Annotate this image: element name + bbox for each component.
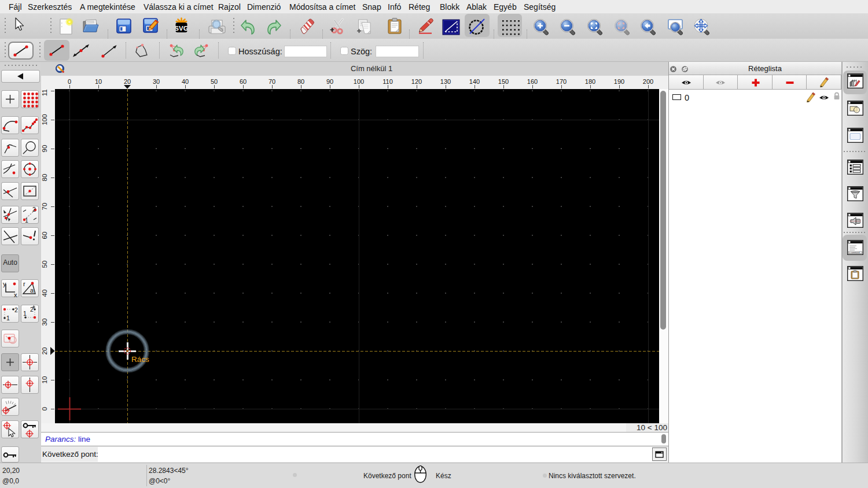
svg-text:2: 2 [32, 206, 36, 213]
svg-text:0: 0 [41, 407, 48, 411]
svg-text:70: 70 [41, 203, 48, 210]
svg-text:c command: c command [849, 252, 860, 254]
svg-text:70: 70 [269, 78, 275, 85]
svg-text:1: 1 [6, 315, 10, 321]
svg-text:90: 90 [326, 78, 333, 85]
svg-text:180: 180 [585, 78, 595, 85]
svg-text:150: 150 [498, 78, 509, 85]
svg-text:30: 30 [153, 78, 160, 85]
svg-text:50: 50 [211, 78, 218, 85]
svg-text:10: 10 [95, 78, 102, 85]
svg-text:40: 40 [41, 290, 48, 297]
svg-text:x: x [14, 291, 17, 297]
svg-text:80: 80 [297, 78, 304, 85]
svg-text:60: 60 [41, 232, 48, 239]
svg-text:130: 130 [440, 78, 451, 85]
svg-text:110: 110 [382, 78, 393, 85]
svg-text:200: 200 [643, 78, 653, 85]
svg-text:a: a [30, 287, 34, 294]
svg-text:40: 40 [182, 78, 189, 85]
svg-text:170: 170 [556, 78, 567, 85]
svg-text:2: 2 [14, 306, 18, 313]
svg-text:1: 1 [25, 217, 28, 224]
svg-text:80: 80 [41, 174, 48, 182]
svg-text:r: r [23, 280, 25, 287]
svg-text:SVG: SVG [175, 25, 187, 32]
svg-text:140: 140 [469, 78, 480, 85]
svg-text:Rács: Rács [131, 355, 149, 364]
svg-text:0: 0 [68, 78, 71, 85]
svg-text:100: 100 [41, 114, 48, 125]
svg-text:110: 110 [41, 89, 48, 96]
svg-text:20: 20 [41, 347, 48, 355]
svg-text:20: 20 [124, 78, 131, 85]
svg-text:30: 30 [41, 319, 48, 326]
svg-text:60: 60 [240, 78, 247, 85]
svg-text:160: 160 [527, 78, 538, 85]
svg-text:1: 1 [23, 310, 27, 317]
svg-text:10: 10 [41, 376, 48, 384]
svg-text:120: 120 [411, 78, 422, 85]
svg-text:100: 100 [354, 78, 364, 85]
svg-text:y: y [3, 280, 6, 287]
svg-text:50: 50 [41, 261, 48, 268]
svg-text:190: 190 [614, 78, 624, 85]
svg-text:90: 90 [41, 145, 48, 153]
